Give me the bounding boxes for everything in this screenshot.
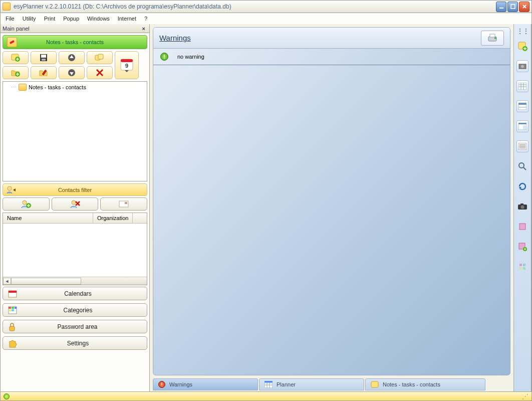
puzzle-icon — [8, 339, 17, 348]
sidebar-new-note-icon[interactable] — [516, 40, 528, 52]
svg-rect-10 — [42, 59, 46, 61]
main-panel-close[interactable]: × — [140, 26, 147, 32]
nav-settings[interactable]: Settings — [3, 336, 147, 350]
menu-internet[interactable]: Internet — [115, 15, 139, 23]
sidebar-bookmark-add-icon[interactable] — [516, 241, 528, 253]
sidebar-camera-icon[interactable] — [516, 60, 528, 72]
svg-rect-92 — [523, 267, 525, 270]
nav-calendars[interactable]: Calendars — [3, 287, 147, 300]
main-panel-header: Main panel × — [1, 24, 149, 33]
sidebar-snapshot-icon[interactable] — [516, 200, 528, 213]
move-note-down-button[interactable] — [59, 66, 85, 79]
folder-icon — [19, 84, 27, 91]
tab-notes-label: Notes - tasks - contacts — [383, 381, 440, 387]
nav-password-label: Password area — [26, 323, 147, 330]
menu-file[interactable]: File — [3, 15, 18, 23]
move-note-up-button[interactable] — [59, 51, 85, 64]
scroll-left-icon[interactable]: ◄ — [3, 278, 11, 285]
svg-rect-42 — [12, 307, 14, 309]
svg-rect-44 — [9, 309, 11, 311]
status-led-icon — [4, 393, 10, 399]
menu-utility[interactable]: Utility — [20, 15, 39, 23]
sidebar-day-icon[interactable] — [516, 120, 528, 132]
sidebar-week-icon[interactable] — [516, 100, 528, 112]
sidebar-grip-icon[interactable]: ⋮⋮ — [516, 27, 528, 35]
planner-icon — [264, 381, 273, 388]
workspace: Main panel × Notes - tasks - contacts — [0, 24, 532, 392]
add-folder-button[interactable] — [3, 66, 29, 79]
nav-categories[interactable]: Categories — [3, 303, 147, 317]
scroll-thumb[interactable] — [11, 278, 81, 285]
svg-text:9: 9 — [125, 63, 128, 69]
pin-icon — [7, 37, 17, 47]
tree-root-item[interactable]: ⋯ Notes - tasks - contacts — [3, 82, 147, 93]
printer-icon — [486, 33, 498, 43]
contacts-grid-body[interactable] — [3, 224, 147, 277]
col-organization[interactable]: Organization — [93, 213, 133, 223]
svg-rect-43 — [15, 307, 17, 309]
tab-planner-label: Planner — [277, 381, 296, 387]
svg-rect-0 — [499, 8, 503, 9]
svg-point-29 — [23, 200, 27, 205]
center-area: Warnings ! no warning ! Warnings Planner — [150, 24, 513, 391]
delete-contact-button[interactable] — [52, 197, 99, 211]
calendar-date-button[interactable]: 9 — [115, 51, 139, 79]
svg-rect-63 — [518, 83, 526, 90]
tab-planner[interactable]: Planner — [259, 378, 364, 390]
menu-windows[interactable]: Windows — [84, 15, 113, 23]
maximize-button[interactable] — [507, 2, 518, 12]
sidebar-list-icon[interactable] — [516, 140, 528, 152]
svg-rect-55 — [264, 381, 273, 382]
svg-point-82 — [521, 206, 524, 209]
sidebar-month-icon[interactable] — [516, 80, 528, 92]
contacts-icon — [6, 185, 16, 194]
resize-grip-icon[interactable]: ⋰ — [522, 392, 528, 400]
title-bar: esyPlanner v.2.2.10.0121 (Db: C:\Archivo… — [0, 0, 532, 13]
svg-rect-9 — [41, 55, 46, 58]
duplicate-note-button[interactable] — [87, 51, 113, 64]
contacts-grid[interactable]: Name Organization ◄ — [3, 213, 147, 285]
svg-rect-24 — [121, 59, 133, 62]
contacts-filter-header[interactable]: Contacts filter — [3, 183, 147, 196]
minimize-button[interactable] — [496, 2, 506, 12]
menu-help[interactable]: ? — [141, 15, 150, 23]
svg-rect-73 — [523, 125, 526, 129]
app-icon — [3, 3, 11, 11]
menu-print[interactable]: Print — [41, 15, 59, 23]
note-icon — [371, 381, 379, 388]
svg-rect-91 — [519, 267, 522, 270]
notes-section-header[interactable]: Notes - tasks - contacts — [3, 35, 147, 49]
svg-rect-45 — [12, 309, 14, 311]
lock-icon — [8, 322, 16, 331]
nav-password[interactable]: Password area — [3, 320, 147, 333]
col-name[interactable]: Name — [3, 213, 93, 223]
add-contact-button[interactable] — [3, 197, 50, 211]
menu-popup[interactable]: Popup — [60, 15, 82, 23]
contacts-filter-label: Contacts filter — [58, 187, 92, 193]
svg-rect-14 — [98, 54, 103, 59]
tab-notes[interactable]: Notes - tasks - contacts — [365, 378, 485, 390]
svg-rect-69 — [518, 103, 526, 105]
print-button[interactable] — [481, 31, 504, 46]
contacts-grid-header: Name Organization — [3, 213, 147, 224]
nav-calendars-label: Calendars — [27, 290, 147, 297]
sidebar-search-icon[interactable] — [516, 160, 528, 172]
save-note-button[interactable] — [31, 51, 57, 64]
contact-card-button[interactable] — [100, 197, 147, 211]
nav-categories-label: Categories — [27, 307, 147, 314]
tab-warnings[interactable]: ! Warnings — [153, 378, 258, 390]
ok-status-icon: ! — [160, 53, 168, 61]
contacts-h-scrollbar[interactable]: ◄ — [3, 277, 147, 285]
svg-line-79 — [523, 167, 526, 170]
add-note-button[interactable] — [3, 51, 29, 64]
sidebar-tags-icon[interactable] — [516, 261, 528, 273]
edit-folder-button[interactable] — [31, 66, 57, 79]
sidebar-refresh-icon[interactable] — [516, 180, 528, 192]
delete-note-button[interactable] — [87, 66, 113, 79]
close-button[interactable] — [519, 2, 529, 12]
svg-point-62 — [521, 65, 524, 68]
sidebar-bookmark-icon[interactable] — [516, 221, 528, 233]
notes-tree[interactable]: ⋯ Notes - tasks - contacts — [3, 81, 147, 181]
calendar-icon — [8, 290, 17, 298]
svg-rect-48 — [490, 34, 495, 37]
